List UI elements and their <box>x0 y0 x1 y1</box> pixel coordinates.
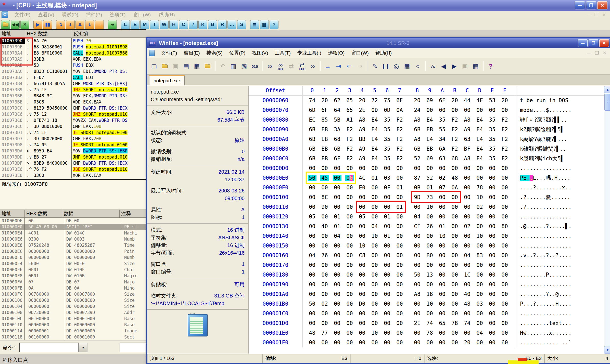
hex-byte[interactable]: 00 <box>395 262 404 268</box>
hex-byte[interactable]: 2E <box>358 107 366 113</box>
hex-byte[interactable]: EC <box>308 117 316 123</box>
ascii-text[interactable]: ................ <box>516 309 596 318</box>
dump-row[interactable]: 010000E050 45 00 00ASCII "PE"PE si <box>0 224 146 230</box>
hex-byte[interactable]: 00 <box>320 272 329 278</box>
hex-byte[interactable]: 00 <box>383 223 391 229</box>
hex-byte[interactable]: F2 <box>500 117 509 123</box>
hex-byte[interactable]: 78 <box>450 320 459 326</box>
hex-row[interactable]: 000001D000000000000000002E74657874000000… <box>249 318 604 328</box>
hex-row[interactable]: 000000906BEB3AF2A9E435F26BEB55F2A9E435F2… <box>249 125 604 134</box>
hex-byte[interactable]: 6B <box>308 136 316 142</box>
dump-pane[interactable]: 地址 HEX 数据 数据 注释 010000DF00DB 00010000E05… <box>0 210 146 340</box>
hex-byte[interactable]: F2 <box>450 117 459 123</box>
disasm-row[interactable]: 010073D3.3D 0B020000CMP EAX,20B <box>0 136 146 142</box>
hex-byte[interactable]: F2 <box>395 136 404 142</box>
hex-byte[interactable]: F2 <box>345 136 354 142</box>
ascii-text[interactable]: .@......?.....▌. <box>516 222 596 231</box>
hex-byte[interactable]: 00 <box>370 165 379 171</box>
memory-map-button[interactable]: M <box>140 20 149 29</box>
disasm-row[interactable]: 010073C8.0FB741 18MOVZX EAX,WORD PTR DS <box>0 117 146 123</box>
hex-byte[interactable]: 00 <box>308 281 316 288</box>
ascii-text[interactable]: ................ <box>516 231 596 241</box>
calculator-button[interactable]: ▦ <box>402 61 412 72</box>
ollydbg-titlebar[interactable]: * - [CPU - 主线程,模块 - notepad] — ❐ ✕ <box>0 0 610 11</box>
hex-byte[interactable]: C8 <box>358 252 366 258</box>
hex-byte[interactable]: 90 <box>320 204 329 210</box>
ascii-text[interactable]: k滕颞?骣ich大5▌ <box>516 154 596 163</box>
hex-byte[interactable]: 00 <box>450 165 459 171</box>
hex-byte[interactable]: 00 <box>425 165 434 171</box>
hex-byte[interactable]: A8 <box>358 117 366 123</box>
hex-byte[interactable]: 03 <box>383 175 391 181</box>
dump-row[interactable]: 010000F60F01DW 010FChar <box>0 267 146 273</box>
winhex-menu-item-4[interactable]: 视图(V) <box>249 50 271 56</box>
hex-byte[interactable]: 48 <box>450 175 459 181</box>
hex-byte[interactable]: 00 <box>425 340 434 346</box>
hex-byte[interactable]: EB <box>320 136 329 142</box>
hex-byte[interactable]: 00 <box>308 165 316 171</box>
dump-hex-header[interactable]: HEX 数据 <box>25 210 62 217</box>
hex-byte[interactable]: 00 <box>475 243 484 249</box>
hex-byte[interactable]: E4 <box>370 126 379 133</box>
hex-byte[interactable]: 00 <box>333 291 341 297</box>
ascii-text[interactable]: k禼蚧?颞?腱?▌... <box>516 134 596 144</box>
hex-byte[interactable]: 00 <box>488 107 497 113</box>
dump-row[interactable]: 01000100008C0000DD 00008C00Size <box>0 297 146 303</box>
dump-row[interactable]: 010000FB0ADB 0AMino <box>0 285 146 291</box>
hex-byte[interactable]: 00 <box>320 243 329 249</box>
hex-byte[interactable]: 00 <box>450 214 459 220</box>
hex-byte[interactable]: 00 <box>438 204 447 210</box>
hex-byte[interactable]: 00 <box>463 175 472 181</box>
dump-row[interactable]: 010000F4E000DW 00E0Size <box>0 261 146 267</box>
hex-byte[interactable]: 83 <box>475 252 484 258</box>
hex-byte[interactable]: 00 <box>395 252 404 258</box>
hex-byte[interactable]: 0A <box>450 185 459 191</box>
ascii-text[interactable]: Hw.......x...... <box>516 328 596 338</box>
find-hex-button[interactable]: ∞HEX <box>275 61 286 72</box>
hex-byte[interactable]: 00 <box>333 330 341 336</box>
hex-byte[interactable]: 6B <box>413 126 422 133</box>
hex-byte[interactable]: 00 <box>463 243 472 249</box>
hex-byte[interactable]: 00 <box>395 340 404 346</box>
hex-row[interactable]: 0000019000000000000000000000000000000000… <box>249 280 604 289</box>
hex-byte[interactable]: BF <box>463 146 472 152</box>
hex-byte[interactable]: 6B <box>308 146 316 152</box>
hex-byte[interactable]: A8 <box>463 155 472 162</box>
dump-data-header[interactable]: 数据 <box>62 210 120 217</box>
hex-byte[interactable]: 00 <box>425 214 434 220</box>
hex-byte[interactable]: A8 <box>463 117 472 123</box>
hex-row[interactable]: 000000E0504500004C0103008752024800000000… <box>249 173 604 183</box>
hex-byte[interactable]: 10 <box>425 204 434 210</box>
hex-byte[interactable]: 4F <box>475 97 484 103</box>
hex-row[interactable]: 000001F000000000000000000000000020000060… <box>249 338 604 347</box>
scrollbar-thumb[interactable]: ≡ <box>604 94 610 111</box>
disasm-hex-header[interactable]: HEX 数据 <box>25 30 72 37</box>
hex-byte[interactable]: 00 <box>488 233 497 239</box>
hex-byte[interactable]: 01 <box>333 214 341 220</box>
hex-byte[interactable]: 20 <box>320 97 329 103</box>
child-close-icon[interactable]: ✕ <box>602 12 606 18</box>
hex-byte[interactable]: 10 <box>475 233 484 239</box>
hex-byte[interactable]: 00 <box>333 194 341 200</box>
hex-byte[interactable]: 24 <box>413 107 422 113</box>
hex-byte[interactable]: 0A <box>395 107 404 113</box>
paste-binary-button[interactable]: 010 <box>249 61 260 72</box>
hex-byte[interactable]: 2E <box>413 320 422 326</box>
hex-byte[interactable]: 00 <box>450 272 459 278</box>
hex-byte[interactable]: 00 <box>320 281 329 288</box>
hex-byte[interactable]: E4 <box>475 126 484 133</box>
dump-comment-header[interactable]: 注释 <box>120 210 146 217</box>
hex-byte[interactable]: 00 <box>500 310 509 317</box>
hex-byte[interactable]: 00 <box>413 243 422 249</box>
hex-byte[interactable]: 00 <box>413 340 422 346</box>
hex-byte[interactable]: 00 <box>308 204 316 210</box>
dump-row[interactable]: 010000E60300DW 0003Numb <box>0 236 146 242</box>
hex-byte[interactable]: F2 <box>395 146 404 152</box>
hex-byte[interactable]: 00 <box>488 320 497 326</box>
new-file-button[interactable]: ▢ <box>149 61 159 72</box>
options-button[interactable]: ▦ <box>260 20 269 29</box>
disasm-row[interactable]: 010073C0.8139 50450000CMP DWORD PTR DS:[… <box>0 105 146 111</box>
hex-byte[interactable]: 00 <box>500 330 509 336</box>
hex-byte[interactable]: 20 <box>413 97 422 103</box>
hex-byte[interactable]: 6B <box>413 146 422 152</box>
